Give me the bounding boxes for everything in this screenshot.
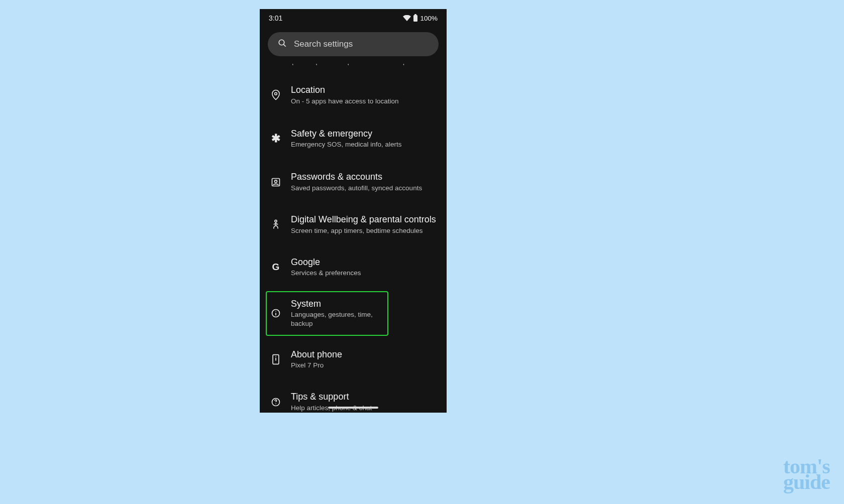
- svg-point-4: [275, 93, 277, 95]
- location-icon: [269, 89, 283, 100]
- item-subtitle: Saved passwords, autofill, synced accoun…: [291, 184, 438, 193]
- settings-item-passwords[interactable]: Passwords & accounts Saved passwords, au…: [266, 164, 441, 200]
- svg-point-7: [275, 220, 277, 222]
- svg-rect-1: [414, 14, 416, 16]
- item-title: Location: [291, 84, 438, 96]
- settings-list: , , , , Location On - 5 apps have access…: [260, 58, 447, 413]
- watermark-logo: tom's guide: [783, 458, 830, 491]
- svg-point-13: [275, 356, 276, 357]
- item-subtitle: Services & preferences: [291, 269, 438, 278]
- item-subtitle: On - 5 apps have access to location: [291, 97, 438, 106]
- battery-percent: 100%: [420, 15, 438, 22]
- settings-item-about[interactable]: About phone Pixel 7 Pro: [266, 342, 441, 377]
- settings-item-location[interactable]: Location On - 5 apps have access to loca…: [266, 77, 441, 113]
- battery-icon: [413, 14, 418, 22]
- settings-item-safety[interactable]: ✱ Safety & emergency Emergency SOS, medi…: [266, 121, 441, 157]
- item-title: About phone: [291, 349, 438, 360]
- item-subtitle: Screen time, app timers, bedtime schedul…: [291, 226, 438, 235]
- svg-point-15: [275, 403, 276, 404]
- phone-frame: 3:01 100% Search settings , , , ,: [260, 9, 447, 413]
- search-placeholder: Search settings: [294, 39, 353, 49]
- settings-item-wellbeing[interactable]: Digital Wellbeing & parental controls Sc…: [266, 207, 441, 242]
- item-title: Google: [291, 257, 438, 268]
- svg-point-6: [275, 180, 277, 183]
- help-icon: [269, 397, 283, 407]
- item-title: Tips & support: [291, 391, 438, 403]
- status-right: 100%: [403, 14, 438, 22]
- phone-info-icon: [269, 354, 283, 365]
- search-icon: [278, 39, 287, 50]
- settings-item-google[interactable]: G Google Services & preferences: [266, 249, 441, 285]
- svg-point-2: [279, 40, 284, 45]
- item-subtitle: Languages, gestures, time, backup: [291, 310, 378, 328]
- google-icon: G: [269, 262, 283, 273]
- svg-rect-0: [413, 15, 417, 22]
- item-title: Digital Wellbeing & parental controls: [291, 214, 438, 225]
- item-title: Safety & emergency: [291, 128, 438, 140]
- account-box-icon: [269, 177, 283, 187]
- info-icon: [269, 308, 283, 318]
- wellbeing-icon: [269, 219, 283, 230]
- wifi-icon: [403, 15, 411, 21]
- item-title: System: [291, 298, 378, 310]
- status-time: 3:01: [269, 14, 282, 22]
- item-title: Passwords & accounts: [291, 171, 438, 183]
- svg-line-3: [284, 45, 286, 47]
- watermark-line2: guide: [783, 474, 830, 491]
- scroll-cutoff-hint: , , , ,: [266, 58, 441, 65]
- status-bar: 3:01 100%: [260, 9, 447, 27]
- settings-item-system[interactable]: System Languages, gestures, time, backup: [266, 291, 388, 336]
- item-subtitle: Emergency SOS, medical info, alerts: [291, 140, 438, 149]
- item-subtitle: Pixel 7 Pro: [291, 361, 438, 370]
- medical-icon: ✱: [269, 132, 283, 145]
- navigation-handle[interactable]: [328, 407, 378, 409]
- search-input[interactable]: Search settings: [268, 32, 439, 56]
- svg-point-10: [275, 311, 276, 312]
